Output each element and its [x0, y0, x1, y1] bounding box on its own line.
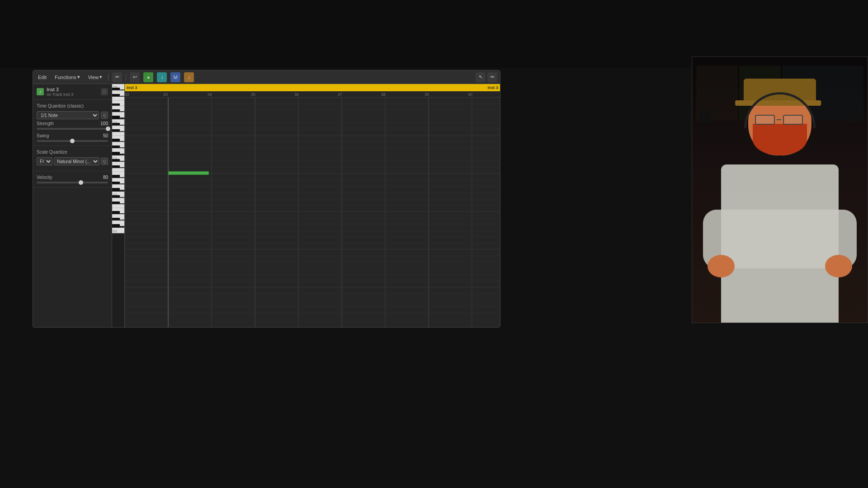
midi-btn[interactable]: M [170, 72, 180, 82]
bar-39: 39 [425, 91, 429, 97]
strength-value: 100 [100, 121, 108, 126]
strength-slider-track [37, 128, 108, 130]
clip-label-left: Inst 3 [127, 85, 137, 90]
pencil-right-icon: ✏ [491, 74, 495, 80]
bar-32: 32 [125, 91, 129, 97]
midi-note[interactable] [168, 171, 209, 175]
pointer-tool-btn[interactable]: ↖ [476, 72, 486, 82]
pencil-tool-btn[interactable]: ✏ [112, 72, 122, 82]
pencil-right-btn[interactable]: ✏ [487, 72, 497, 82]
scale-q-btn[interactable]: Q [101, 158, 108, 165]
undo-btn[interactable]: ↩ [130, 72, 140, 82]
strength-row: Strength 100 [37, 121, 108, 126]
clip-bar: Inst 3 Inst 3 [125, 84, 500, 91]
chevron-down-icon: ▾ [99, 74, 102, 80]
time-quantize-section: Time Quantize (classic) 1/1 Note Q Stren… [33, 100, 112, 146]
bar-36: 36 [294, 91, 299, 97]
undo-icon: ↩ [133, 74, 137, 80]
bar-34: 34 [208, 91, 212, 97]
velocity-slider-track [37, 182, 108, 183]
midi-icon: M [174, 75, 178, 80]
scale-select[interactable]: Natural Minor (... [54, 157, 99, 165]
instrument-expand-btn[interactable]: □ [101, 88, 108, 95]
left-panel: ♪ Inst 3 on Track Inst 3 □ Time Quantize… [33, 84, 112, 327]
piano-grid-area: C5 C4 [112, 84, 500, 327]
separator-1 [108, 74, 108, 81]
bar-33: 33 [163, 91, 168, 97]
instrument-name: Inst 3 [47, 87, 98, 92]
strength-slider-thumb[interactable] [106, 127, 110, 131]
swing-slider-container [37, 140, 108, 142]
strength-label: Strength [37, 121, 61, 126]
svg-rect-23 [112, 152, 120, 155]
swing-value: 50 [103, 133, 108, 138]
score-btn[interactable]: ♪ [184, 72, 194, 82]
bar-numbers: 32 33 34 35 36 37 38 39 40 [125, 91, 500, 98]
pencil-icon: ✏ [115, 74, 119, 80]
score-icon: ♪ [188, 75, 191, 80]
velocity-label: Velocity [37, 175, 61, 180]
scale-quantize-section: Scale Quantize F# Natural Minor (... Q [33, 146, 112, 171]
strength-slider-container [37, 128, 108, 130]
velocity-row: Velocity 80 [37, 175, 108, 180]
note-grid[interactable] [125, 98, 500, 327]
svg-rect-11 [112, 116, 120, 119]
editor-window: Edit Functions ▾ View ▾ ✏ ↩ ● ♩ M ♪ [33, 70, 500, 328]
toolbar-right: ↖ ✏ [476, 72, 497, 82]
instrument-info: Inst 3 on Track Inst 3 [47, 87, 98, 97]
functions-menu[interactable]: Functions ▾ [52, 73, 82, 81]
toolbar: Edit Functions ▾ View ▾ ✏ ↩ ● ♩ M ♪ [33, 70, 500, 84]
bar-37: 37 [338, 91, 342, 97]
clip-label-right: Inst 3 [487, 85, 498, 90]
velocity-value: 80 [103, 175, 108, 180]
grid-lines-svg [125, 98, 500, 327]
instrument-icon: ♪ [37, 88, 44, 95]
swing-slider-track [37, 140, 108, 142]
svg-rect-35 [112, 188, 120, 192]
swing-slider-thumb[interactable] [70, 139, 75, 143]
pointer-icon: ↖ [479, 74, 483, 80]
instrument-header: ♪ Inst 3 on Track Inst 3 □ [33, 84, 112, 100]
velocity-section: Velocity 80 [33, 171, 112, 188]
content-area: ♪ Inst 3 on Track Inst 3 □ Time Quantize… [33, 84, 500, 327]
metronome-btn[interactable]: ♩ [157, 72, 167, 82]
view-menu[interactable]: View ▾ [86, 73, 105, 81]
instrument-icon-symbol: ♪ [39, 89, 42, 94]
video-content [692, 57, 868, 323]
key-select[interactable]: F# [37, 157, 52, 165]
bar-35: 35 [251, 91, 255, 97]
swing-label: Swing [37, 133, 61, 138]
piano-keys-svg: C5 C4 [112, 84, 125, 310]
svg-rect-47 [112, 224, 120, 228]
bar-40: 40 [468, 91, 472, 97]
note-value-row: 1/1 Note Q [37, 111, 108, 119]
note-value-select[interactable]: 1/1 Note [37, 111, 99, 119]
swing-row: Swing 50 [37, 133, 108, 138]
scale-key-row: F# Natural Minor (... Q [37, 157, 108, 165]
velocity-slider-container [37, 182, 108, 183]
quantize-q-btn[interactable]: Q [101, 112, 108, 119]
velocity-slider-thumb[interactable] [79, 180, 83, 185]
bar-38: 38 [381, 91, 386, 97]
time-quantize-title: Time Quantize (classic) [37, 103, 108, 108]
record-icon: ● [147, 75, 150, 80]
chevron-down-icon: ▾ [77, 74, 80, 80]
edit-menu[interactable]: Edit [36, 74, 49, 81]
metronome-icon: ♩ [161, 74, 163, 80]
video-overlay [692, 56, 868, 323]
scale-quantize-title: Scale Quantize [37, 150, 108, 155]
record-btn[interactable]: ● [143, 72, 153, 82]
svg-text:C1: C1 [113, 230, 117, 233]
piano-keys: C5 C4 [112, 84, 125, 327]
instrument-track: on Track Inst 3 [47, 92, 98, 97]
separator-2 [126, 74, 126, 81]
grid-area: Inst 3 Inst 3 32 33 34 35 36 37 38 39 40 [125, 84, 500, 327]
